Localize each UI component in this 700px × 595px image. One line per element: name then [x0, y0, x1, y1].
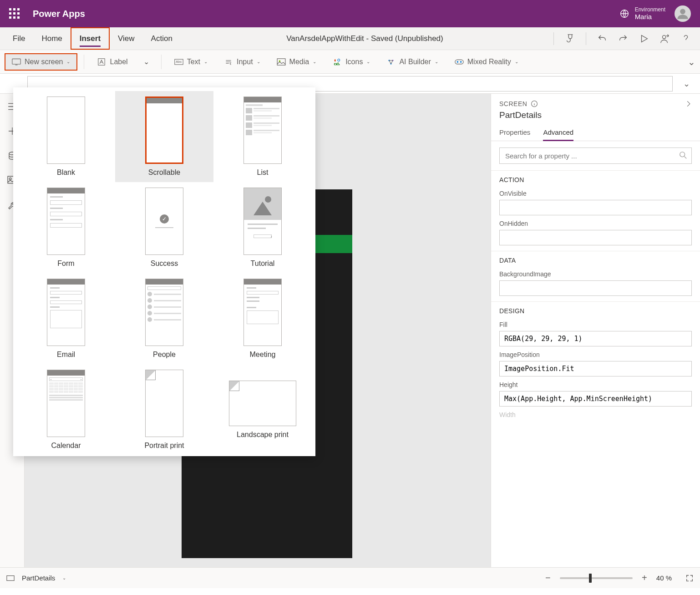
app-checker-icon[interactable] — [565, 34, 575, 44]
new-screen-gallery: Blank Scrollable List Form ✓ — [13, 87, 315, 456]
svg-point-2 — [663, 35, 666, 38]
field-label: Width — [499, 411, 692, 418]
globe-icon — [619, 9, 629, 19]
panel-title: PartDetails — [491, 110, 700, 125]
property-search-input[interactable] — [499, 147, 692, 164]
chevron-down-icon: ⌄ — [257, 59, 260, 64]
zoom-in-button[interactable]: + — [640, 573, 649, 583]
gallery-item-email[interactable]: Email — [17, 273, 115, 364]
field-label: Fill — [499, 321, 692, 328]
svg-point-18 — [9, 178, 11, 180]
help-icon[interactable] — [681, 34, 691, 44]
tab-home[interactable]: Home — [33, 27, 70, 50]
label-button[interactable]: Label — [91, 54, 134, 70]
footer-screen-name[interactable]: PartDetails — [22, 574, 55, 582]
imageposition-input[interactable] — [499, 361, 692, 376]
ai-icon — [386, 58, 396, 66]
tab-action[interactable]: Action — [143, 27, 181, 50]
svg-point-9 — [338, 59, 340, 61]
gallery-item-portrait-print[interactable]: Portrait print — [115, 364, 213, 455]
section-action: ACTION OnVisible OnHidden — [491, 170, 700, 251]
gallery-item-form[interactable]: Form — [17, 182, 115, 273]
tab-properties[interactable]: Properties — [499, 125, 530, 141]
gallery-item-calendar[interactable]: ‹› Calendar — [17, 364, 115, 455]
environment-name: Maria — [635, 13, 665, 21]
backgroundimage-input[interactable] — [499, 280, 692, 296]
mr-icon — [455, 58, 464, 66]
chevron-down-icon[interactable]: ⌄ — [62, 575, 66, 580]
insert-toolbar: New screen ⌄ Label ⌄ Abc Text ⌄ Input ⌄ … — [0, 50, 700, 74]
zoom-out-button[interactable]: − — [543, 573, 553, 583]
status-bar: PartDetails ⌄ − + 40 % — [0, 567, 700, 588]
gallery-item-landscape-print[interactable]: Landscape print — [213, 364, 312, 455]
chevron-down-icon: ⌄ — [435, 59, 438, 64]
svg-point-1 — [680, 9, 685, 15]
undo-icon[interactable] — [597, 34, 607, 44]
chevron-down-icon: ⌄ — [515, 59, 518, 64]
svg-rect-13 — [455, 60, 463, 64]
svg-text:Abc: Abc — [176, 60, 182, 64]
field-label: Height — [499, 381, 692, 388]
height-input[interactable] — [499, 391, 692, 407]
search-icon — [679, 151, 687, 159]
svg-point-20 — [680, 152, 685, 157]
chevron-down-icon: ⌄ — [366, 59, 370, 64]
redo-icon[interactable] — [618, 34, 628, 44]
screen-footer-icon — [6, 575, 15, 581]
formula-expand-icon[interactable]: ⌄ — [677, 76, 695, 92]
gallery-item-list[interactable]: List — [213, 91, 312, 182]
info-icon[interactable] — [531, 100, 538, 107]
field-label: BackgroundImage — [499, 270, 692, 278]
tab-file[interactable]: File — [5, 27, 33, 50]
gallery-item-meeting[interactable]: Meeting — [213, 273, 312, 364]
screen-icon — [12, 58, 21, 66]
svg-point-14 — [457, 61, 458, 63]
field-label: OnHidden — [499, 220, 692, 227]
chevron-down-icon: ⌄ — [313, 59, 316, 64]
app-header: Power Apps Environment Maria — [0, 0, 700, 27]
text-button[interactable]: Abc Text ⌄ — [168, 54, 214, 70]
new-screen-button[interactable]: New screen ⌄ — [5, 53, 77, 71]
section-design: DESIGN Fill ImagePosition Height Width — [491, 301, 700, 427]
onvisible-input[interactable] — [499, 200, 692, 215]
onhidden-input[interactable] — [499, 230, 692, 245]
play-icon[interactable] — [639, 34, 649, 44]
gallery-item-scrollable[interactable]: Scrollable — [115, 91, 213, 182]
share-icon[interactable] — [660, 34, 670, 44]
tab-advanced[interactable]: Advanced — [543, 125, 573, 141]
property-search — [499, 147, 692, 164]
text-icon: Abc — [174, 58, 183, 66]
tab-insert[interactable]: Insert — [71, 27, 110, 50]
panel-category: SCREEN — [499, 100, 527, 107]
tab-view[interactable]: View — [110, 27, 143, 50]
field-label: ImagePosition — [499, 351, 692, 358]
mixed-reality-button[interactable]: Mixed Reality ⌄ — [448, 54, 525, 70]
gallery-item-tutorial[interactable]: › Tutorial — [213, 182, 312, 273]
icons-button[interactable]: Icons ⌄ — [326, 54, 376, 70]
chevron-down-icon[interactable]: ⌄ — [138, 57, 155, 66]
svg-rect-21 — [7, 575, 14, 580]
icons-icon — [333, 58, 342, 66]
environment-label: Environment — [635, 6, 665, 13]
zoom-slider[interactable] — [560, 577, 633, 579]
chevron-right-icon[interactable] — [685, 101, 692, 107]
media-button[interactable]: Media ⌄ — [270, 54, 323, 70]
zoom-value: 40 % — [656, 574, 672, 582]
gallery-item-success[interactable]: ✓ Success — [115, 182, 213, 273]
fit-screen-icon[interactable] — [685, 574, 694, 582]
svg-rect-3 — [12, 59, 20, 64]
fill-input[interactable] — [499, 331, 692, 346]
gallery-item-people[interactable]: People — [115, 273, 213, 364]
environment-picker[interactable]: Environment Maria — [619, 6, 665, 21]
input-icon — [224, 58, 233, 66]
svg-rect-7 — [277, 58, 285, 65]
avatar[interactable] — [675, 5, 691, 22]
app-title: Power Apps — [33, 9, 619, 19]
media-icon — [277, 58, 286, 66]
chevron-down-icon: ⌄ — [204, 59, 208, 64]
expand-toolbar-icon[interactable]: ⌄ — [688, 56, 695, 67]
input-button[interactable]: Input ⌄ — [218, 54, 267, 70]
gallery-item-blank[interactable]: Blank — [17, 91, 115, 182]
ai-builder-button[interactable]: AI Builder ⌄ — [380, 54, 444, 70]
waffle-icon[interactable] — [9, 8, 20, 19]
